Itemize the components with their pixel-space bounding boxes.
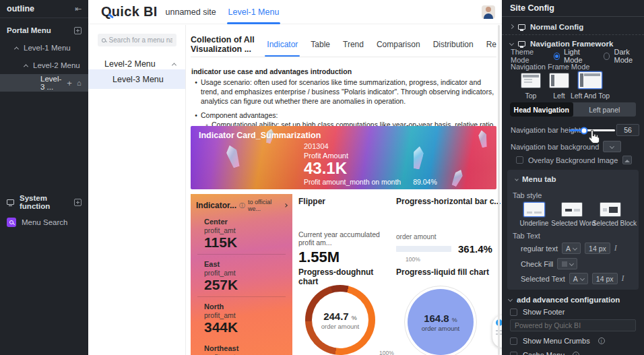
crystal-decoration <box>224 143 242 168</box>
chevron-up-icon[interactable] <box>24 64 28 69</box>
add-system-function-icon[interactable] <box>74 199 82 206</box>
doughnut-ring: 244.7 % order amount <box>305 285 375 355</box>
progress-bar-title: Progress-horizontal bar c... <box>396 197 501 206</box>
slider-knob[interactable] <box>580 127 587 134</box>
liquid-fill-card[interactable]: Progress-liquid fill chart 164.8 % order… <box>396 267 501 277</box>
frame-mode-left-and-top-label: Left And Top <box>566 92 614 100</box>
flipper-card[interactable]: Flipper Current year accumulated profit … <box>298 197 394 266</box>
chevron-up-icon[interactable] <box>14 46 19 51</box>
site-name: unnamed site <box>166 7 216 17</box>
tab-style-selected-block-label: Selected Block <box>591 220 637 227</box>
indicator-banner-card[interactable]: Indicator Card_Summarization 201304 Prof… <box>191 126 496 189</box>
chevron-down-icon <box>580 276 585 281</box>
sidebar-bottom: System function Menu Search <box>0 193 88 231</box>
light-mode-radio[interactable] <box>554 53 560 60</box>
menu-panel: Level-2 Menu Level-3 Menu <box>88 25 186 355</box>
head-navigation-segment[interactable]: Head Navigation <box>510 102 573 117</box>
tab-style-selected-block-thumb[interactable] <box>600 202 621 217</box>
sidebar-item-level3[interactable]: Level-3 ... + ⌂ ⋮ <box>0 74 88 92</box>
system-function-row[interactable]: System function <box>0 193 88 211</box>
add-menu-icon[interactable] <box>74 27 82 34</box>
region-item: East profit_amt 257K <box>191 255 292 296</box>
region-name: North <box>204 302 292 311</box>
chevron-down-icon[interactable] <box>508 297 513 302</box>
info-icon[interactable]: ⓘ <box>239 201 245 210</box>
tab-comparison[interactable]: Comparison <box>377 32 420 57</box>
frame-mode-top-label: Top <box>521 92 541 100</box>
tab-style-underline-thumb[interactable] <box>523 202 545 217</box>
overlay-background-label: Overlay Background Image <box>528 156 618 164</box>
add-child-icon[interactable]: + <box>67 79 72 88</box>
info-icon: i <box>573 352 579 355</box>
regular-text-size-box[interactable]: 14 px <box>585 243 610 254</box>
chevron-right-icon[interactable] <box>509 24 514 29</box>
cache-menu-checkbox[interactable] <box>510 352 517 355</box>
check-fill-color-dropdown[interactable] <box>557 258 577 269</box>
sidebar-item-level2[interactable]: Level-2 Menu <box>0 57 88 74</box>
user-avatar[interactable] <box>482 5 495 19</box>
image-picker-icon[interactable] <box>622 156 632 164</box>
overlay-background-checkbox[interactable] <box>516 156 523 164</box>
monitor-icon <box>7 199 14 205</box>
footer-text-input[interactable] <box>510 319 636 331</box>
advanced-configuration-section[interactable]: add advanced configuration <box>502 292 620 306</box>
tab-style-label: Tab style <box>513 191 542 199</box>
italic-icon[interactable]: I <box>614 243 617 253</box>
normal-config-label: Normal Config <box>530 23 583 31</box>
region-metric: profit_amt <box>204 269 292 277</box>
menu-tab-header[interactable]: Menu tab <box>515 175 556 183</box>
show-menu-crumbs-checkbox[interactable] <box>510 337 517 345</box>
collapse-outline-icon[interactable]: ⇤ <box>75 4 82 13</box>
tab-trend[interactable]: Trend <box>343 32 364 57</box>
doughnut-card[interactable]: Progress-doughnut chart 244.7 % order am… <box>298 267 394 286</box>
dark-mode-radio[interactable] <box>604 53 610 60</box>
chevron-up-icon[interactable] <box>172 63 176 67</box>
monitor-icon <box>518 24 525 30</box>
menu-search-box[interactable] <box>98 34 176 46</box>
frame-mode-top-thumb[interactable] <box>521 73 541 88</box>
chevron-down-icon <box>610 144 614 149</box>
progress-bar-baseline: 100% <box>406 256 501 263</box>
dashboard-header: Collection of All Visualization ... Indi… <box>191 32 496 57</box>
nav-tab-level1[interactable]: Level-1 Menu <box>228 0 280 24</box>
nav-bar-background-dropdown[interactable] <box>603 141 621 152</box>
canvas-scrollbar[interactable] <box>498 25 500 355</box>
region-indicator-card[interactable]: Indicator... ⓘ to official we... Center … <box>191 194 292 355</box>
progress-bar-card[interactable]: Progress-horizontal bar c... order amoun… <box>396 197 501 263</box>
banner-secondary: Profit amount_month on month 89.04% <box>304 178 437 186</box>
italic-icon[interactable]: I <box>622 273 624 284</box>
menu-search-row[interactable]: Menu Search <box>0 214 88 231</box>
sidebar-item-level1[interactable]: Level-1 Menu <box>0 39 88 57</box>
selected-text-label: Selected Text <box>521 275 565 283</box>
nav-bar-height-value[interactable]: 56 <box>616 124 639 136</box>
chevron-down-icon[interactable] <box>509 41 514 46</box>
liquid-title: Progress-liquid fill chart <box>396 267 501 277</box>
tab-style-selected-word-thumb[interactable] <box>561 202 583 217</box>
set-home-icon[interactable]: ⌂ <box>77 79 82 87</box>
left-panel-segment[interactable]: Left panel <box>573 102 637 117</box>
frame-mode-left-thumb[interactable] <box>549 73 569 88</box>
show-footer-row: Show Footer <box>502 308 644 316</box>
selected-text-font-dropdown[interactable]: A <box>569 273 588 284</box>
selected-text-size-box[interactable]: 14 px <box>592 273 618 284</box>
tab-table[interactable]: Table <box>311 32 330 57</box>
floating-assistant-widget[interactable] <box>492 315 502 348</box>
regular-text-font-dropdown[interactable]: A <box>562 243 581 254</box>
portal-menu-row[interactable]: Portal Menu <box>0 22 88 39</box>
tab-re[interactable]: Re <box>486 32 496 57</box>
region-value: 257K <box>204 277 292 292</box>
level2-menu-label: Level-2 Menu <box>104 59 156 69</box>
frame-mode-left-and-top-thumb[interactable] <box>578 71 602 89</box>
info-icon: i <box>598 337 605 344</box>
search-input[interactable] <box>109 36 172 44</box>
regular-text-label: regular text <box>521 245 558 253</box>
tab-distribution[interactable]: Distribution <box>433 32 474 57</box>
liquid-circle: 164.8 % order amount <box>408 289 474 355</box>
tab-indicator[interactable]: Indicator <box>267 32 298 57</box>
banner-title: Indicator Card_Summarization <box>199 131 321 140</box>
menu-item-level3-selected[interactable]: Level-3 Menu <box>88 69 185 89</box>
banner-secondary-label: Profit amount_month on month <box>304 178 401 186</box>
normal-config-section[interactable]: Normal Config <box>502 20 644 34</box>
official-website-link[interactable]: to official we... <box>248 199 287 212</box>
show-footer-checkbox[interactable] <box>510 309 517 316</box>
